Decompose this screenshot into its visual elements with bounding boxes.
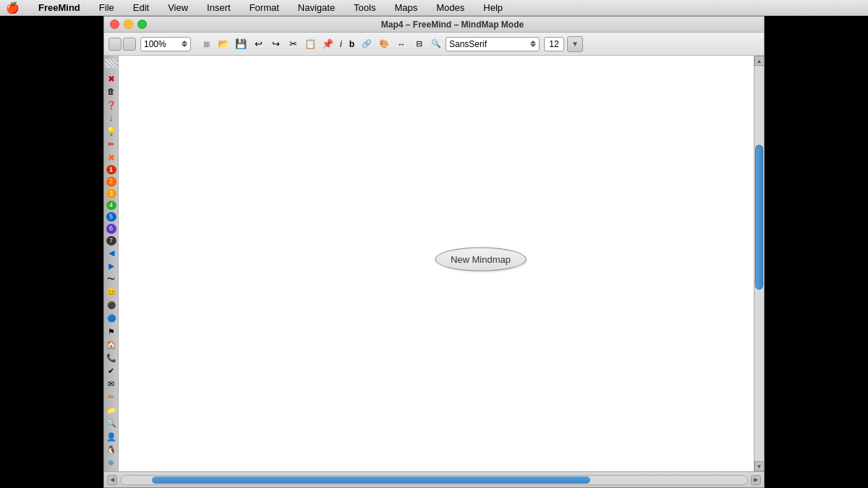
menu-edit[interactable]: Edit bbox=[130, 2, 152, 13]
num5-icon[interactable]: 5 bbox=[106, 212, 116, 222]
zoom-in-icon[interactable]: 🔍 bbox=[428, 36, 444, 52]
bold-button[interactable]: b bbox=[346, 37, 357, 51]
panel-stripe bbox=[105, 59, 118, 68]
help-icon[interactable]: ❓ bbox=[106, 99, 117, 110]
menu-bar: 🍎 FreeMind File Edit View Insert Format … bbox=[0, 0, 868, 16]
num1-icon[interactable]: 1 bbox=[106, 165, 116, 174]
scroll-right-arrow[interactable]: ▶ bbox=[751, 475, 761, 485]
toolbar-left-btns bbox=[109, 38, 136, 51]
main-content: ✖ 🗑 ❓ ↓ 💡 ✏ ✖ 1 2 3 4 5 6 7 ◀ ▶ 〜 😊 ⚫ 🔵 … bbox=[104, 56, 764, 471]
menu-maps[interactable]: Maps bbox=[391, 2, 420, 13]
traffic-lights bbox=[110, 20, 147, 29]
node-label[interactable]: New Mindmap bbox=[435, 248, 526, 272]
close-button[interactable] bbox=[110, 20, 119, 29]
scroll-up-arrow[interactable]: ▲ bbox=[754, 56, 765, 66]
menu-help[interactable]: Help bbox=[480, 2, 506, 13]
num6-icon[interactable]: 6 bbox=[106, 224, 116, 233]
pencil-red-icon[interactable]: ✏ bbox=[106, 139, 117, 150]
undo-icon[interactable]: ↩ bbox=[250, 36, 266, 52]
house-icon[interactable]: 🏠 bbox=[106, 340, 117, 350]
menu-tools[interactable]: Tools bbox=[351, 2, 378, 13]
maximize-button[interactable] bbox=[137, 20, 147, 29]
scroll-thumb-h[interactable] bbox=[152, 476, 590, 484]
num2-icon[interactable]: 2 bbox=[106, 177, 116, 186]
font-size-input[interactable] bbox=[544, 37, 564, 51]
menu-insert[interactable]: Insert bbox=[204, 2, 234, 13]
clock-icon[interactable]: ✔ bbox=[106, 366, 117, 376]
arrow-right-icon[interactable]: ▶ bbox=[106, 261, 117, 272]
zoom-arrows[interactable] bbox=[182, 41, 187, 47]
vertical-scrollbar: ▲ ▼ bbox=[754, 56, 764, 471]
x-orange-icon[interactable]: ✖ bbox=[106, 152, 117, 163]
delete-icon[interactable]: 🗑 bbox=[106, 86, 117, 97]
font-name: SansSerif bbox=[449, 39, 530, 49]
cut-icon[interactable]: ✂ bbox=[285, 36, 301, 52]
save-icon[interactable]: 💾 bbox=[233, 36, 249, 52]
expand-icon[interactable]: ↔ bbox=[393, 36, 409, 52]
phone-icon[interactable]: 📞 bbox=[106, 353, 117, 363]
italic-button[interactable]: i bbox=[337, 37, 345, 51]
color-icon[interactable]: 🎨 bbox=[376, 36, 392, 52]
window-title: Map4 – FreeMind – MindMap Mode bbox=[147, 20, 758, 30]
scroll-left-arrow[interactable]: ◀ bbox=[107, 475, 117, 485]
apple-menu[interactable]: 🍎 bbox=[6, 1, 20, 14]
striped-icon: ▦ bbox=[198, 36, 214, 52]
app-window: Map4 – FreeMind – MindMap Mode 100% ▦ 📂 … bbox=[103, 16, 765, 488]
arrow-down-icon[interactable]: ↓ bbox=[106, 113, 117, 124]
app-name[interactable]: FreeMind bbox=[35, 2, 83, 13]
magnify-icon[interactable]: 🔍 bbox=[106, 418, 117, 429]
copy-icon[interactable]: 📋 bbox=[302, 36, 318, 52]
bulb-icon[interactable]: 💡 bbox=[106, 126, 117, 137]
mail-icon[interactable]: ✉ bbox=[106, 379, 117, 390]
toolbar-btn-2[interactable] bbox=[123, 38, 136, 51]
folder-icon[interactable]: 📁 bbox=[106, 405, 117, 416]
paste-icon[interactable]: 📌 bbox=[320, 36, 336, 52]
redo-icon[interactable]: ↪ bbox=[268, 36, 284, 52]
toolbar-btn-1[interactable] bbox=[109, 38, 122, 51]
flag-icon[interactable]: ⚑ bbox=[106, 327, 117, 337]
scroll-track-v[interactable] bbox=[754, 66, 764, 461]
minimize-button[interactable] bbox=[124, 20, 133, 29]
num4-icon[interactable]: 4 bbox=[106, 201, 116, 210]
open-icon[interactable]: 📂 bbox=[216, 36, 231, 52]
title-bar: Map4 – FreeMind – MindMap Mode bbox=[104, 17, 764, 33]
bottom-bar: ◀ ▶ bbox=[104, 471, 764, 487]
person-icon[interactable]: 👤 bbox=[106, 432, 117, 442]
minus-icon[interactable]: 〜 bbox=[106, 274, 117, 285]
toolbar: 100% ▦ 📂 💾 ↩ ↪ ✂ 📋 📌 i b 🔗 🎨 ↔ ⊟ 🔍 SansS… bbox=[104, 33, 764, 56]
canvas[interactable]: New Mindmap bbox=[119, 56, 754, 471]
menu-view[interactable]: View bbox=[165, 2, 191, 13]
pencil2-icon[interactable]: ✏ bbox=[106, 392, 117, 403]
x-red-icon[interactable]: ✖ bbox=[106, 73, 117, 84]
snowflake-icon[interactable]: ❄ bbox=[106, 458, 117, 468]
arrow-left-icon[interactable]: ◀ bbox=[106, 248, 117, 258]
scroll-down-arrow[interactable]: ▼ bbox=[754, 461, 765, 471]
horizontal-scrollbar[interactable] bbox=[120, 475, 748, 485]
circle-blue-icon[interactable]: 🔵 bbox=[106, 313, 117, 324]
penguin-icon[interactable]: 🐧 bbox=[106, 445, 117, 455]
mindmap-node[interactable]: New Mindmap bbox=[435, 248, 526, 272]
menu-modes[interactable]: Modes bbox=[433, 2, 467, 13]
menu-format[interactable]: Format bbox=[247, 2, 282, 13]
circle-black-icon[interactable]: ⚫ bbox=[106, 300, 117, 311]
scroll-thumb-v[interactable] bbox=[755, 145, 763, 290]
font-arrows[interactable] bbox=[530, 41, 536, 47]
link-icon[interactable]: 🔗 bbox=[359, 36, 375, 52]
icon-panel: ✖ 🗑 ❓ ↓ 💡 ✏ ✖ 1 2 3 4 5 6 7 ◀ ▶ 〜 😊 ⚫ 🔵 … bbox=[104, 56, 119, 471]
smiley-icon[interactable]: 😊 bbox=[106, 287, 117, 298]
zoom-value: 100% bbox=[144, 39, 182, 49]
collapse-icon[interactable]: ⊟ bbox=[411, 36, 427, 52]
num7-icon[interactable]: 7 bbox=[106, 236, 116, 245]
num3-icon[interactable]: 3 bbox=[106, 189, 116, 198]
zoom-select[interactable]: 100% bbox=[140, 37, 191, 51]
toolbar-end-btn[interactable]: ▼ bbox=[567, 36, 583, 52]
menu-file[interactable]: File bbox=[96, 2, 117, 13]
font-select[interactable]: SansSerif bbox=[446, 37, 540, 51]
menu-navigate[interactable]: Navigate bbox=[295, 2, 338, 13]
